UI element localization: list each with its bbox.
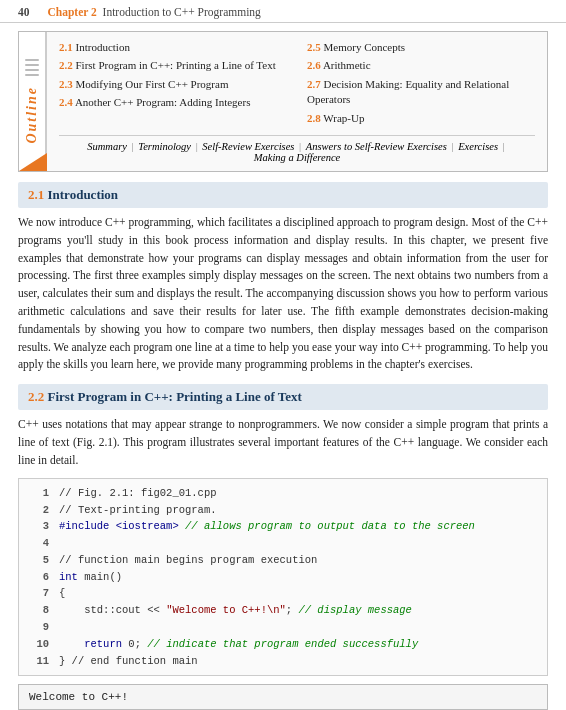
outline-item-2-6: 2.6 Arithmetic — [307, 58, 535, 73]
output-box: Welcome to C++! — [18, 684, 548, 710]
section-2-2-heading: 2.2 First Program in C++: Printing a Lin… — [18, 384, 548, 410]
code-line-1: 1 // Fig. 2.1: fig02_01.cpp — [29, 485, 537, 502]
section-2-2-title: 2.2 First Program in C++: Printing a Lin… — [28, 389, 538, 405]
tab-line-1 — [25, 59, 39, 61]
footer-link-self-review[interactable]: Self-Review Exercises — [202, 141, 294, 152]
page-number: 40 — [18, 6, 30, 18]
section-2-1-title: 2.1 Introduction — [28, 187, 538, 203]
footer-links: Summary | Terminology | Self-Review Exer… — [59, 141, 535, 163]
footer-link-exercises[interactable]: Exercises — [458, 141, 498, 152]
footer-link-making-difference[interactable]: Making a Difference — [254, 152, 341, 163]
outline-item-2-5: 2.5 Memory Concepts — [307, 40, 535, 55]
code-line-7: 7 { — [29, 585, 537, 602]
outline-item-2-4: 2.4 Another C++ Program: Adding Integers — [59, 95, 287, 110]
code-line-9: 9 — [29, 619, 537, 636]
code-line-10: 10 return 0; // indicate that program en… — [29, 636, 537, 653]
outline-content: 2.1 Introduction 2.2 First Program in C+… — [47, 32, 547, 171]
outline-footer: Summary | Terminology | Self-Review Exer… — [59, 135, 535, 163]
outline-item-2-1: 2.1 Introduction — [59, 40, 287, 55]
outline-col-left: 2.1 Introduction 2.2 First Program in C+… — [59, 40, 287, 129]
outline-columns: 2.1 Introduction 2.2 First Program in C+… — [59, 40, 535, 129]
section-2-2-body: C++ uses notations that may appear stran… — [18, 416, 548, 469]
code-line-4: 4 — [29, 535, 537, 552]
outline-tab: Outline — [19, 32, 47, 171]
footer-link-summary[interactable]: Summary — [87, 141, 127, 152]
outline-col-right: 2.5 Memory Concepts 2.6 Arithmetic 2.7 D… — [307, 40, 535, 129]
tab-decoration — [25, 59, 39, 76]
code-line-11: 11 } // end function main — [29, 653, 537, 670]
section-2-1-heading: 2.1 Introduction — [18, 182, 548, 208]
outline-triangle — [19, 153, 47, 171]
outline-box: Outline 2.1 Introduction 2.2 First Progr… — [18, 31, 548, 172]
outline-item-2-2: 2.2 First Program in C++: Printing a Lin… — [59, 58, 287, 73]
footer-link-terminology[interactable]: Terminology — [138, 141, 191, 152]
footer-link-answers[interactable]: Answers to Self-Review Exercises — [306, 141, 447, 152]
tab-line-2 — [25, 64, 39, 66]
code-line-8: 8 std::cout << "Welcome to C++!\n"; // d… — [29, 602, 537, 619]
section-2-1-body: We now introduce C++ programming, which … — [18, 214, 548, 374]
output-text: Welcome to C++! — [29, 691, 128, 703]
outline-item-2-8: 2.8 Wrap-Up — [307, 111, 535, 126]
code-line-5: 5 // function main begins program execut… — [29, 552, 537, 569]
code-line-2: 2 // Text-printing program. — [29, 502, 537, 519]
chapter-num: Chapter 2 — [48, 6, 97, 18]
chapter-title-text: Introduction to C++ Programming — [103, 6, 261, 18]
code-block: 1 // Fig. 2.1: fig02_01.cpp 2 // Text-pr… — [18, 478, 548, 677]
tab-line-4 — [25, 74, 39, 76]
chapter-title: Chapter 2 Introduction to C++ Programmin… — [48, 6, 261, 18]
tab-line-3 — [25, 69, 39, 71]
outline-tab-label: Outline — [24, 86, 40, 144]
outline-item-2-3: 2.3 Modifying Our First C++ Program — [59, 77, 287, 92]
page-header: 40 Chapter 2 Introduction to C++ Program… — [0, 0, 566, 23]
code-line-6: 6 int main() — [29, 569, 537, 586]
outline-item-2-7: 2.7 Decision Making: Equality and Relati… — [307, 77, 535, 108]
code-line-3: 3 #include <iostream> // allows program … — [29, 518, 537, 535]
